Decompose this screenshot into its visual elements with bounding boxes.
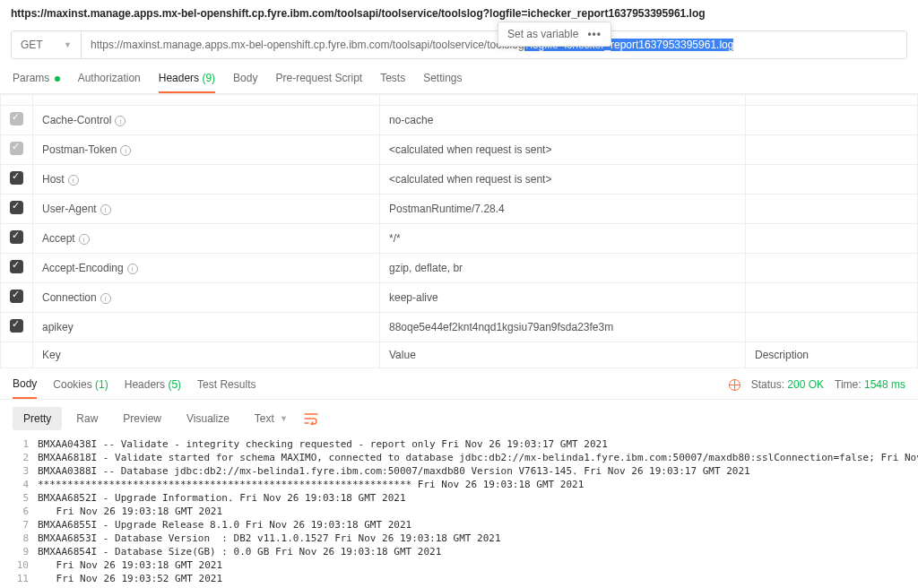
description-input[interactable]: Description (746, 342, 918, 368)
tab-params[interactable]: Params (13, 72, 60, 93)
tab-authorization[interactable]: Authorization (78, 72, 141, 93)
chevron-down-icon: ▼ (280, 414, 288, 423)
value-input[interactable]: Value (380, 342, 746, 368)
request-tabs: Params Authorization Headers (9) Body Pr… (0, 63, 918, 94)
response-body[interactable]: 1234567891011121314 BMXAA0438I -- Valida… (0, 437, 918, 588)
header-desc-cell[interactable] (746, 313, 918, 342)
info-icon[interactable]: i (127, 264, 138, 274)
view-raw[interactable]: Raw (65, 407, 108, 430)
header-value-cell[interactable]: keep-alive (380, 283, 746, 313)
chevron-down-icon: ▼ (64, 40, 72, 49)
table-row: Accept-Encodingigzip, deflate, br (1, 254, 918, 283)
header-value-cell[interactable]: */* (380, 224, 746, 254)
network-globe-icon[interactable] (729, 379, 740, 391)
log-line: BMXAA6855I - Upgrade Release 8.1.0 Fri N… (38, 518, 918, 532)
header-desc-cell[interactable] (746, 195, 918, 224)
table-row (1, 95, 918, 106)
view-preview[interactable]: Preview (112, 407, 172, 430)
wrap-lines-icon[interactable] (304, 412, 318, 425)
header-desc-cell[interactable] (746, 224, 918, 254)
checkbox[interactable] (10, 290, 23, 303)
request-method-row: GET ▼ https://maxinst.manage.apps.mx-bel… (11, 30, 907, 59)
log-line: BMXAA6852I - Upgrade Information. Fri No… (38, 491, 918, 505)
headers-table: Cache-Controlino-cachePostman-Tokeni<cal… (0, 94, 918, 368)
log-line: BMXAA0438I -- Validate - integrity check… (38, 437, 918, 451)
table-row: Postman-Tokeni<calculated when request i… (1, 135, 918, 165)
header-key-cell[interactable]: User-Agenti (33, 195, 380, 224)
tab-headers[interactable]: Headers (9) (159, 72, 215, 93)
selection-popup: Set as variable ••• (498, 22, 611, 47)
header-key-cell[interactable]: Hosti (33, 165, 380, 195)
checkbox[interactable] (10, 171, 23, 185)
header-value-cell[interactable]: PostmanRuntime/7.28.4 (380, 195, 746, 224)
tab-settings[interactable]: Settings (423, 72, 462, 93)
header-key-cell[interactable]: Postman-Tokeni (33, 135, 380, 165)
tab-body[interactable]: Body (233, 72, 257, 93)
table-row: apikey88oqe5e44ef2knt4nqd1kgsiu79an9fsda… (1, 313, 918, 342)
tab-prerequest[interactable]: Pre-request Script (275, 72, 362, 93)
params-changed-dot-icon (55, 76, 60, 82)
checkbox[interactable] (10, 319, 23, 333)
status-time: 1548 ms (864, 378, 905, 391)
key-input[interactable]: Key (33, 342, 380, 368)
table-row: User-AgentiPostmanRuntime/7.28.4 (1, 195, 918, 224)
line-gutter: 1234567891011121314 (13, 437, 38, 588)
header-value-cell[interactable]: <calculated when request is sent> (380, 165, 746, 195)
checkbox[interactable] (10, 112, 23, 125)
log-line: Fri Nov 26 19:03:18 GMT 2021 (38, 505, 918, 518)
checkbox[interactable] (10, 230, 23, 244)
method-dropdown[interactable]: GET ▼ (12, 31, 82, 58)
info-icon[interactable]: i (115, 116, 126, 126)
header-key-cell[interactable]: Accepti (33, 224, 380, 254)
header-key-cell[interactable]: apikey (33, 313, 380, 342)
tab-tests[interactable]: Tests (380, 72, 405, 93)
info-icon[interactable]: i (120, 145, 131, 156)
resp-tab-body[interactable]: Body (13, 377, 37, 399)
info-icon[interactable]: i (100, 293, 111, 304)
log-lines: BMXAA0438I -- Validate - integrity check… (38, 437, 918, 588)
table-row: Cache-Controlino-cache (1, 106, 918, 135)
status-code: 200 OK (787, 378, 824, 391)
resp-tab-testresults[interactable]: Test Results (197, 378, 255, 398)
more-actions-icon[interactable]: ••• (587, 28, 602, 40)
response-status: Status: 200 OK Time: 1548 ms (729, 378, 905, 398)
log-line: Fri Nov 26 19:03:18 GMT 2021 (38, 558, 918, 572)
header-value-cell[interactable]: 88oqe5e44ef2knt4nqd1kgsiu79an9fsda23fe3m (380, 313, 746, 342)
header-key-cell[interactable]: Cache-Controli (33, 106, 380, 135)
response-tabs: Body Cookies (1) Headers (5) Test Result… (0, 368, 918, 400)
header-value-cell[interactable]: gzip, deflate, br (380, 254, 746, 283)
header-desc-cell[interactable] (746, 283, 918, 313)
header-value-cell[interactable]: <calculated when request is sent> (380, 135, 746, 165)
log-line: BMXAA6854I - Database Size(GB) : 0.0 GB … (38, 545, 918, 558)
method-value: GET (21, 39, 43, 51)
header-desc-cell[interactable] (746, 135, 918, 165)
request-url-input[interactable]: https://maxinst.manage.apps.mx-bel-opens… (82, 31, 906, 58)
log-line: BMXAA6853I - Database Version : DB2 v11.… (38, 532, 918, 545)
checkbox[interactable] (10, 142, 23, 155)
info-icon[interactable]: i (68, 175, 79, 186)
header-desc-cell[interactable] (746, 106, 918, 135)
view-pretty[interactable]: Pretty (13, 407, 62, 430)
table-row: Hosti<calculated when request is sent> (1, 165, 918, 195)
info-icon[interactable]: i (100, 204, 111, 215)
header-desc-cell[interactable] (746, 165, 918, 195)
checkbox[interactable] (10, 201, 23, 214)
table-row: Connectionikeep-alive (1, 283, 918, 313)
title-row: https://maxinst.manage.apps.mx-bel-opens… (0, 0, 918, 27)
format-dropdown[interactable]: Text▼ (255, 412, 288, 425)
table-row: Accepti*/* (1, 224, 918, 254)
url-prefix: https://maxinst.manage.apps.mx-bel-opens… (91, 39, 524, 51)
set-as-variable-link[interactable]: Set as variable (507, 28, 578, 40)
header-value-cell[interactable]: no-cache (380, 106, 746, 135)
header-key-cell[interactable]: Connectioni (33, 283, 380, 313)
checkbox[interactable] (10, 260, 23, 273)
info-icon[interactable]: i (79, 234, 90, 245)
header-key-cell[interactable]: Accept-Encodingi (33, 254, 380, 283)
resp-tab-cookies[interactable]: Cookies (1) (53, 378, 108, 398)
log-line: Fri Nov 26 19:03:52 GMT 2021 (38, 572, 918, 585)
view-visualize[interactable]: Visualize (176, 407, 240, 430)
log-line: BMXAA0388I -- Database jdbc:db2://mx-bel… (38, 464, 918, 478)
log-line: ****************************************… (38, 478, 918, 491)
header-desc-cell[interactable] (746, 254, 918, 283)
resp-tab-headers[interactable]: Headers (5) (125, 378, 181, 398)
